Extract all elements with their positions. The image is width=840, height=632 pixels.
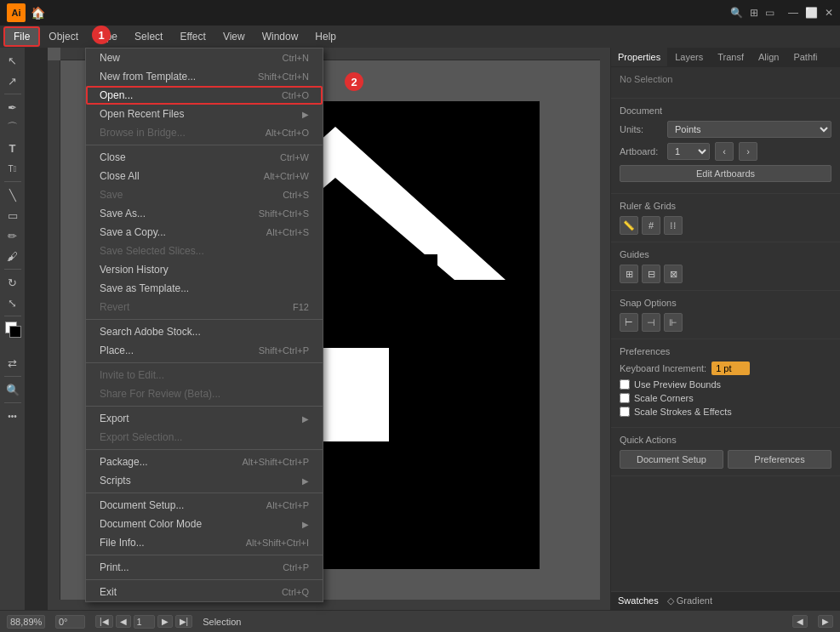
tab-align[interactable]: Align — [751, 48, 786, 66]
pencil-tool[interactable]: ✏ — [3, 226, 22, 245]
scale-strokes-label: Scale Strokes & Effects — [634, 407, 732, 417]
tab-gradient[interactable]: ◇ Gradient — [667, 595, 712, 606]
area-type-tool[interactable]: T⃞ — [3, 159, 22, 178]
tab-transform[interactable]: Transf — [711, 48, 751, 66]
menu-item-open-recent[interactable]: Open Recent Files ▶ — [86, 105, 323, 123]
menu-effect[interactable]: Effect — [171, 28, 214, 45]
menu-item-print[interactable]: Print... Ctrl+P — [86, 558, 323, 577]
scrollbar-right[interactable] — [600, 48, 610, 610]
tab-properties[interactable]: Properties — [611, 48, 668, 66]
last-page-btn[interactable]: ▶| — [175, 615, 193, 628]
menu-item-version-history[interactable]: Version History — [86, 260, 323, 279]
page-input[interactable] — [134, 615, 155, 629]
scale-tool[interactable]: ⤡ — [3, 293, 22, 312]
scale-strokes-checkbox[interactable] — [620, 407, 630, 417]
prev-page-btn[interactable]: ◀ — [116, 615, 131, 628]
menu-item-doc-color[interactable]: Document Color Mode ▶ — [86, 515, 323, 533]
guides-icon-3[interactable]: ⊠ — [664, 265, 683, 283]
paint-brush[interactable]: 🖌 — [3, 247, 22, 265]
dots-grid-icon[interactable]: ⁞⁞ — [664, 216, 683, 235]
artboard-select[interactable]: 1 — [667, 143, 710, 160]
menu-item-exit[interactable]: Exit Ctrl+Q — [86, 583, 323, 601]
menu-item-open[interactable]: Open... Ctrl+O — [86, 86, 323, 105]
menu-item-close[interactable]: Close Ctrl+W — [86, 148, 323, 167]
pen-tool[interactable]: ✒ — [3, 98, 22, 117]
menu-item-share-review: Share For Review (Beta)... — [86, 384, 323, 403]
sep-1 — [86, 145, 323, 145]
sep-3 — [86, 362, 323, 363]
status-mode: Selection — [203, 617, 241, 627]
menu-item-doc-setup[interactable]: Document Setup... Alt+Ctrl+P — [86, 496, 323, 515]
more-tools[interactable]: ••• — [3, 407, 22, 425]
zoom-tool[interactable]: 🔍 — [3, 380, 22, 399]
grid-icon-btn[interactable]: # — [642, 216, 660, 235]
preferences-btn[interactable]: Preferences — [728, 450, 831, 469]
grid-icon[interactable]: ⊞ — [750, 7, 758, 19]
units-select[interactable]: Points Pixels Inches Millimeters — [667, 121, 831, 138]
next-page-btn[interactable]: ▶ — [157, 615, 173, 628]
status-arrow-right[interactable]: ▶ — [818, 615, 833, 628]
menu-item-search-stock[interactable]: Search Adobe Stock... — [86, 322, 323, 341]
menu-object[interactable]: Object — [40, 28, 87, 45]
menu-item-new[interactable]: New Ctrl+N — [86, 48, 323, 67]
direct-select-tool[interactable]: ↗ — [3, 71, 22, 90]
menu-help[interactable]: Help — [306, 28, 345, 45]
file-dropdown-menu: New Ctrl+N New from Template... Shift+Ct… — [85, 48, 323, 602]
first-page-btn[interactable]: |◀ — [95, 615, 113, 628]
ruler-icon[interactable]: 📏 — [620, 216, 638, 235]
guides-icon-2[interactable]: ⊟ — [642, 265, 660, 283]
sep-5 — [86, 449, 323, 450]
menu-item-save-copy[interactable]: Save a Copy... Alt+Ctrl+S — [86, 223, 323, 242]
menu-item-place[interactable]: Place... Shift+Ctrl+P — [86, 341, 323, 360]
snap-icon-3[interactable]: ⊩ — [664, 313, 683, 332]
kb-increment-label: Keyboard Increment: — [620, 363, 706, 373]
home-icon[interactable]: 🏠 — [31, 6, 45, 20]
curvature-tool[interactable]: ⌒ — [3, 118, 22, 137]
zoom-input[interactable] — [7, 615, 45, 629]
units-label: Units: — [620, 124, 662, 134]
menu-item-close-all[interactable]: Close All Alt+Ctrl+W — [86, 167, 323, 185]
sep-6 — [86, 493, 323, 493]
menu-view[interactable]: View — [214, 28, 254, 45]
use-preview-bounds-checkbox[interactable] — [620, 379, 630, 390]
fill-color[interactable] — [3, 320, 22, 339]
snap-icon-1[interactable]: ⊢ — [620, 313, 638, 332]
tab-pathfinder[interactable]: Pathfi — [786, 48, 825, 66]
guides-icons: ⊞ ⊟ ⊠ — [620, 265, 831, 283]
menu-item-export[interactable]: Export ▶ — [86, 409, 323, 428]
prev-artboard-btn[interactable]: ‹ — [715, 142, 734, 161]
rotation-input[interactable] — [55, 615, 85, 629]
menu-file[interactable]: File — [3, 26, 40, 47]
kb-increment-input[interactable] — [711, 362, 750, 375]
step-2-badge: 2 — [345, 72, 363, 91]
edit-artboards-row: Edit Artboards — [620, 165, 831, 182]
type-tool[interactable]: T — [3, 139, 22, 157]
swap-colors[interactable]: ⇄ — [3, 354, 22, 373]
guides-icon-1[interactable]: ⊞ — [620, 265, 638, 283]
search-icon[interactable]: 🔍 — [730, 7, 743, 19]
menu-item-scripts[interactable]: Scripts ▶ — [86, 471, 323, 490]
tab-swatches[interactable]: Swatches — [618, 595, 659, 606]
menu-select[interactable]: Select — [126, 28, 171, 45]
menu-item-file-info[interactable]: File Info... Alt+Shift+Ctrl+I — [86, 533, 323, 552]
step-1-badge: 1 — [92, 26, 111, 44]
zoom-display — [7, 615, 45, 629]
tab-layers[interactable]: Layers — [668, 48, 711, 66]
scale-corners-checkbox[interactable] — [620, 393, 630, 403]
snap-icon-2[interactable]: ⊣ — [642, 313, 660, 332]
select-tool[interactable]: ↖ — [3, 51, 22, 70]
menu-item-new-template[interactable]: New from Template... Shift+Ctrl+N — [86, 67, 323, 86]
status-arrow-left[interactable]: ◀ — [792, 615, 808, 628]
line-tool[interactable]: ╲ — [3, 185, 22, 204]
edit-artboards-btn[interactable]: Edit Artboards — [620, 165, 831, 182]
doc-setup-btn[interactable]: Document Setup — [620, 450, 723, 469]
rotate-tool[interactable]: ↻ — [3, 273, 22, 292]
snap-icons: ⊢ ⊣ ⊩ — [620, 313, 831, 332]
menu-item-package[interactable]: Package... Alt+Shift+Ctrl+P — [86, 453, 323, 471]
next-artboard-btn[interactable]: › — [739, 142, 757, 161]
rect-tool[interactable]: ▭ — [3, 206, 22, 225]
menu-window[interactable]: Window — [254, 28, 307, 45]
menu-item-save-as[interactable]: Save As... Shift+Ctrl+S — [86, 204, 323, 223]
menu-item-save-template[interactable]: Save as Template... — [86, 279, 323, 298]
panel-icon[interactable]: ▭ — [765, 7, 774, 19]
